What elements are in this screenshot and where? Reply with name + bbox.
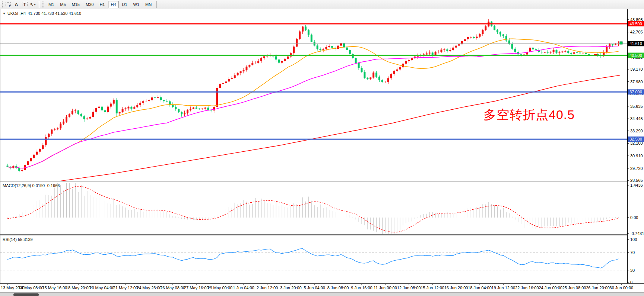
time-label: 24 May 23:00 <box>137 286 162 290</box>
time-label: 15 May 16:00 <box>42 286 67 290</box>
axis-label: 40.500 <box>629 53 642 58</box>
time-label: 14 May 08:00 <box>19 286 44 290</box>
time-label: 21 May 12:00 <box>113 286 138 290</box>
time-label: 29 May 00:00 <box>207 286 232 290</box>
axis-label: 30 <box>630 268 635 273</box>
time-label: 18 Jun 04:00 <box>468 286 492 290</box>
time-label: 27 May 16:00 <box>184 286 209 290</box>
time-label: 24 Jun 00:00 <box>539 286 562 290</box>
timeframe-m30[interactable]: M30 <box>83 1 96 8</box>
timeframe-h4[interactable]: H4 <box>108 1 118 8</box>
axis-label: 42.705 <box>630 30 643 34</box>
timeframe-d1[interactable]: D1 <box>120 1 130 8</box>
timeframe-grip[interactable] <box>42 1 44 7</box>
toolbar-separator-2 <box>156 1 157 8</box>
letter-a-icon: A <box>15 2 18 7</box>
time-label: 9 Jun 16:00 <box>351 286 372 290</box>
arrows-icon: ↖ <box>30 2 33 7</box>
time-label: 3 Jun 20:00 <box>280 286 302 290</box>
axis-label: 28.565 <box>630 178 643 183</box>
timeframe-m1[interactable]: M1 <box>46 1 57 8</box>
axis-label: 35.635 <box>630 104 643 109</box>
taskbar-fragment <box>13 293 39 296</box>
toolbar: F A T ↖ ▾ M1M5M15M30H1H4D1W1MN <box>0 0 644 9</box>
timeframe-mn[interactable]: MN <box>143 1 154 8</box>
symbol-header[interactable]: ▼ UKOil-,H4 41.730 41.730 41.530 41.610 <box>3 11 81 16</box>
axis-label: 32.500 <box>629 137 642 141</box>
time-label: 19 Jun 12:00 <box>492 286 515 290</box>
axis-label: 39.170 <box>630 67 643 71</box>
symbol-dropdown-icon[interactable]: ▼ <box>3 12 6 15</box>
axis-label: 0.00 <box>630 215 638 220</box>
timeframe-w1[interactable]: W1 <box>131 1 142 8</box>
chart-canvas[interactable]: 43.89542.70540.32539.17037.98036.82535.6… <box>0 0 644 296</box>
time-label: 26 May 08:00 <box>160 286 185 290</box>
time-label: 30 Jun 00:00 <box>610 286 634 290</box>
axis-label: 34.445 <box>630 116 643 121</box>
time-label: 5 Jun 04:00 <box>304 286 325 290</box>
time-label: 18 May 20:00 <box>66 286 91 290</box>
axis-label: 32.100 <box>630 141 643 145</box>
toolbar-separator <box>39 1 39 8</box>
axis-label: 100 <box>630 237 637 242</box>
pane-dividers <box>0 9 644 284</box>
symbol-title: UKOil-,H4 <box>7 11 26 16</box>
text-tool-icon[interactable]: T <box>20 1 29 8</box>
axis-label: 37.980 <box>630 80 643 84</box>
time-label: 16 Jun 20:00 <box>444 286 468 290</box>
line-marker-icon[interactable] <box>595 54 597 55</box>
time-label: 15 Jun 12:00 <box>421 286 444 290</box>
letter-t-icon: T <box>22 2 28 7</box>
time-label: 22 Jun 16:00 <box>515 286 539 290</box>
axis-label: 0 <box>630 280 632 284</box>
time-label: 1 Jun 04:00 <box>233 286 254 290</box>
grid-f-icon: F <box>6 2 11 7</box>
axis-label: 29.720 <box>630 166 643 171</box>
timeframe-m5[interactable]: M5 <box>57 1 68 8</box>
time-label: 2 Jun 12:00 <box>257 286 278 290</box>
axis-label: 70 <box>630 250 635 255</box>
rsi-pane: 10070300 <box>0 237 637 284</box>
macd-pane: 1.44360.00-0.7431 <box>7 183 644 236</box>
axis-label: 1.4436 <box>630 183 643 187</box>
axis-label: -0.7431 <box>630 231 644 236</box>
timeframe-h1[interactable]: H1 <box>97 1 107 8</box>
timeframe-bar: M1M5M15M30H1H4D1W1MN <box>45 1 155 8</box>
axis-label: 37.000 <box>629 90 642 94</box>
time-axis: 13 May 202014 May 08:0015 May 16:0018 Ma… <box>1 284 633 290</box>
axis-label: 41.610 <box>629 41 642 46</box>
symbol-ohlc: 41.730 41.730 41.530 41.610 <box>28 11 81 16</box>
toolbar-grip[interactable] <box>1 1 3 7</box>
axis-label: 43.500 <box>629 22 642 26</box>
time-label: 26 Jun 20:00 <box>586 286 610 290</box>
buy-marker-icon[interactable] <box>620 42 622 44</box>
rsi-label: RSI(14) 55.3139 <box>3 237 33 242</box>
chart-properties-icon[interactable]: F <box>4 1 12 8</box>
macd-label: MACD(12,26,9) 0.0190 -0.1966 <box>3 183 60 188</box>
font-tool-icon[interactable]: A <box>12 1 20 8</box>
candlestick-series <box>7 19 619 173</box>
objects-tool-button[interactable]: ↖ ▾ <box>29 1 37 8</box>
time-label: 12 Jun 08:00 <box>397 286 421 290</box>
time-label: 8 Jun 08:00 <box>327 286 349 290</box>
time-label: 25 Jun 08:00 <box>562 286 586 290</box>
timeframe-m15[interactable]: M15 <box>69 1 82 8</box>
axis-label: 30.910 <box>630 154 643 158</box>
time-label: 11 Jun 00:00 <box>374 286 397 290</box>
annotation-text: 多空转折点40.5 <box>483 106 575 123</box>
time-label: 20 May 04:00 <box>89 286 114 290</box>
bottom-strip <box>0 292 644 296</box>
dropdown-caret-icon: ▾ <box>34 3 36 6</box>
axis-label: 33.290 <box>630 129 643 133</box>
